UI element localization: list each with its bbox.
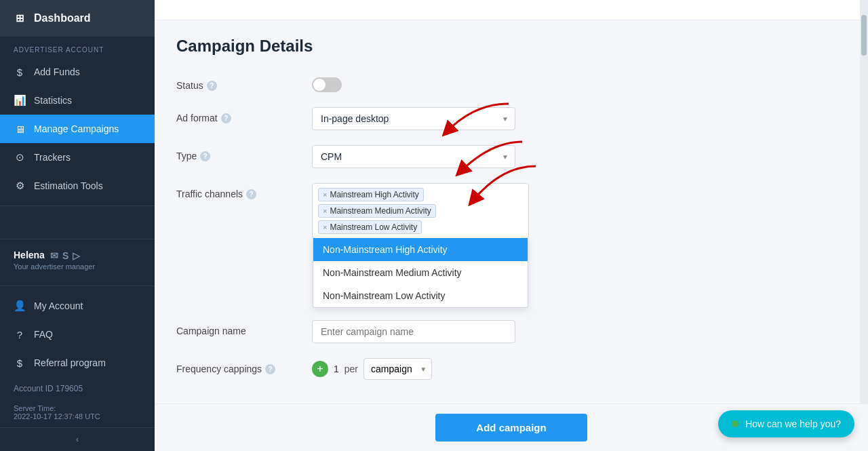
scrollbar-track[interactable]	[860, 0, 868, 451]
status-label: Status ?	[176, 75, 312, 91]
sidebar-divider-1	[0, 205, 155, 206]
sidebar-add-funds-label: Add Funds	[34, 66, 80, 77]
manager-subtitle-text: Your advertiser manager	[14, 262, 141, 271]
frequency-cappings-row: Frequency cappings ? + 1 per campaign da…	[176, 358, 811, 380]
sidebar-estimation-tools-label: Estimation Tools	[34, 180, 103, 191]
sidebar-manage-campaigns-label: Manage Campaigns	[34, 123, 119, 134]
manage-campaigns-icon: 🖥	[14, 123, 26, 135]
frequency-help-icon[interactable]: ?	[265, 364, 275, 374]
collapse-icon: ‹	[76, 435, 79, 444]
campaign-name-row: Campaign name	[176, 320, 811, 343]
tag-mainstream-low[interactable]: × Mainstream Low Activity	[318, 220, 422, 234]
sidebar-item-statistics[interactable]: 📊 Statistics	[0, 86, 155, 115]
arrow-traffic	[461, 163, 542, 217]
sidebar-trackers-label: Trackers	[34, 152, 71, 163]
sidebar-my-account-label: My Account	[34, 300, 83, 311]
ad-format-row: Ad format ? In-page desktop Push Popunde…	[176, 107, 811, 130]
sidebar-item-my-account[interactable]: 👤 My Account	[0, 292, 155, 320]
sidebar-item-trackers[interactable]: ⊙ Trackers	[0, 143, 155, 172]
campaign-name-input[interactable]	[312, 320, 515, 343]
manager-name-row: Helena ✉ S ▷	[14, 249, 141, 261]
traffic-channels-row: Traffic channels ? × Mainstream High Act…	[176, 183, 811, 239]
sidebar-collapse-button[interactable]: ‹	[0, 427, 155, 451]
server-time-label: Server Time:	[14, 404, 141, 412]
ad-format-help-icon[interactable]: ?	[221, 113, 231, 123]
sidebar-item-faq[interactable]: ? FAQ	[0, 320, 155, 349]
sidebar: ⊞ Dashboard ADVERTISER ACCOUNT $ Add Fun…	[0, 0, 155, 451]
sidebar-item-dashboard[interactable]: ⊞ Dashboard	[0, 0, 155, 37]
sidebar-section-advertiser: ADVERTISER ACCOUNT	[0, 37, 155, 58]
tag-mainstream-high[interactable]: × Mainstream High Activity	[318, 188, 424, 201]
sidebar-item-manage-campaigns[interactable]: 🖥 Manage Campaigns	[0, 115, 155, 143]
manager-email-icon[interactable]: ✉	[50, 250, 58, 261]
referral-icon: $	[14, 357, 26, 369]
sidebar-statistics-label: Statistics	[34, 95, 72, 106]
faq-icon: ?	[14, 328, 26, 340]
sidebar-divider-2	[0, 286, 155, 286]
dashboard-icon: ⊞	[14, 12, 26, 24]
sidebar-item-add-funds[interactable]: $ Add Funds	[0, 58, 155, 86]
tag-label-mainstream-low: Mainstream Low Activity	[330, 222, 417, 232]
content-area: Campaign Details Status ? Ad format ?	[155, 20, 833, 451]
page-title: Campaign Details	[176, 37, 811, 56]
sidebar-account-id: Account ID 179605	[0, 377, 155, 400]
ad-format-label: Ad format ?	[176, 107, 312, 123]
traffic-channels-help-icon[interactable]: ?	[246, 189, 256, 199]
sidebar-item-estimation-tools[interactable]: ⚙ Estimation Tools	[0, 172, 155, 200]
frequency-per-label: per	[344, 364, 358, 374]
manager-telegram-icon[interactable]: ▷	[73, 250, 80, 261]
manager-icons: ✉ S ▷	[50, 250, 80, 261]
tag-label-mainstream-medium: Mainstream Medium Activity	[330, 206, 431, 216]
sidebar-dashboard-label: Dashboard	[34, 12, 91, 24]
chat-label: How can we help you?	[745, 418, 841, 429]
tag-x-mainstream-high[interactable]: ×	[323, 191, 327, 199]
server-time-value: 2022-10-17 12:37:48 UTC	[14, 412, 141, 420]
add-funds-icon: $	[14, 66, 26, 78]
sidebar-faq-label: FAQ	[34, 329, 53, 340]
trackers-icon: ⊙	[14, 151, 26, 163]
tag-x-mainstream-low[interactable]: ×	[323, 223, 327, 231]
frequency-cappings-label: Frequency cappings ?	[176, 358, 312, 374]
frequency-select[interactable]: campaign day week	[363, 358, 432, 380]
status-help-icon[interactable]: ?	[207, 81, 217, 91]
frequency-value: 1	[334, 364, 339, 374]
dropdown-item-nonmainstream-high[interactable]: Non-Mainstream High Activity	[313, 238, 528, 261]
frequency-cappings-control: + 1 per campaign day week	[312, 358, 529, 380]
sidebar-manager: Helena ✉ S ▷ Your advertiser manager	[0, 239, 155, 280]
status-control	[312, 75, 529, 92]
tag-mainstream-medium[interactable]: × Mainstream Medium Activity	[318, 204, 436, 218]
estimation-tools-icon: ⚙	[14, 180, 26, 192]
top-bar	[155, 0, 860, 20]
sidebar-referral-label: Referral program	[34, 357, 106, 368]
traffic-channels-dropdown: Non-Mainstream High Activity Non-Mainstr…	[313, 238, 528, 308]
chat-online-dot	[732, 420, 738, 427]
campaign-name-label: Campaign name	[176, 320, 312, 336]
tag-x-mainstream-medium[interactable]: ×	[323, 207, 327, 215]
toggle-knob	[313, 79, 326, 91]
frequency-select-wrapper: campaign day week	[363, 358, 432, 380]
main-content: Campaign Details Status ? Ad format ?	[155, 0, 860, 451]
status-toggle[interactable]	[312, 77, 342, 92]
dropdown-item-nonmainstream-medium[interactable]: Non-Mainstream Medium Activity	[313, 261, 528, 284]
add-campaign-button[interactable]: Add campaign	[435, 414, 587, 442]
frequency-plus-button[interactable]: +	[312, 361, 328, 377]
traffic-channels-label: Traffic channels ?	[176, 183, 312, 199]
scrollbar-thumb[interactable]	[861, 15, 867, 56]
manager-name-text: Helena	[14, 250, 45, 260]
my-account-icon: 👤	[14, 300, 26, 312]
tag-label-mainstream-high: Mainstream High Activity	[330, 190, 418, 199]
type-label: Type ?	[176, 145, 312, 161]
sidebar-item-referral[interactable]: $ Referral program	[0, 349, 155, 377]
statistics-icon: 📊	[14, 94, 26, 106]
chat-bubble[interactable]: How can we help you?	[718, 410, 854, 437]
dropdown-item-nonmainstream-low[interactable]: Non-Mainstream Low Activity	[313, 284, 528, 307]
campaign-name-control	[312, 320, 529, 343]
manager-skype-icon[interactable]: S	[62, 250, 68, 261]
type-help-icon[interactable]: ?	[200, 151, 210, 161]
status-row: Status ?	[176, 75, 811, 92]
sidebar-server-time: Server Time: 2022-10-17 12:37:48 UTC	[0, 400, 155, 427]
